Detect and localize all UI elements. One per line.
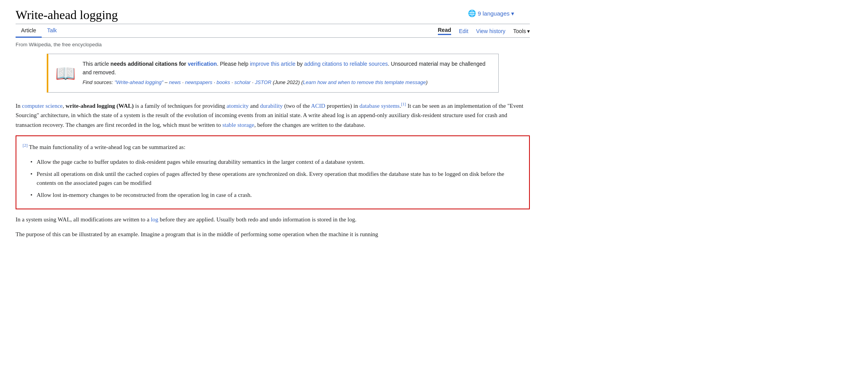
wal-system-paragraph: In a system using WAL, all modifications…	[16, 215, 530, 225]
atomicity-link[interactable]: atomicity	[227, 103, 249, 109]
purpose-paragraph: The purpose of this can be illustrated b…	[16, 230, 530, 239]
durability-link[interactable]: durability	[260, 103, 282, 109]
tab-view-history[interactable]: View history	[476, 28, 505, 34]
find-news-link[interactable]: news	[169, 79, 181, 85]
ref1[interactable]: [1]	[401, 102, 406, 106]
find-scholar-link[interactable]: scholar	[234, 79, 251, 85]
list-item: Allow the page cache to buffer updates t…	[30, 158, 523, 167]
languages-label: 9 languages	[478, 10, 510, 17]
citation-content: This article needs additional citations …	[83, 60, 491, 87]
wal-bold: write-ahead logging (WAL)	[65, 103, 134, 109]
list-item: Persist all operations on disk until the…	[30, 170, 523, 188]
tab-talk[interactable]: Talk	[42, 24, 62, 38]
citation-main-text: This article needs additional citations …	[83, 60, 491, 77]
red-box: [2] The main functionality of a write-ah…	[16, 135, 530, 209]
adding-citations-link[interactable]: adding citations to reliable sources	[304, 61, 388, 67]
book-icon: 📖	[55, 60, 76, 86]
tabs-left: Article Talk	[16, 24, 62, 37]
tab-tools[interactable]: Tools ▾	[513, 28, 530, 34]
tabs-right: Read Edit View history Tools ▾	[438, 27, 530, 37]
ref2[interactable]: [2]	[23, 143, 28, 147]
find-jstor-link[interactable]: JSTOR	[255, 79, 271, 85]
stable-storage-link[interactable]: stable storage	[222, 122, 254, 128]
acid-link[interactable]: ACID	[311, 103, 325, 109]
source-label: From Wikipedia, the free encyclopedia	[16, 42, 530, 47]
tab-read[interactable]: Read	[438, 27, 451, 35]
tools-chevron-icon: ▾	[527, 28, 530, 34]
red-box-intro: [2] The main functionality of a write-ah…	[23, 142, 523, 152]
translate-icon: 🌐	[468, 9, 476, 18]
improve-link[interactable]: improve this article	[250, 61, 295, 67]
citation-bold: needs additional citations for verificat…	[111, 61, 217, 67]
bullet-list: Allow the page cache to buffer updates t…	[23, 158, 523, 200]
log-link[interactable]: log	[151, 216, 158, 223]
find-wal-link[interactable]: "Write-ahead logging"	[115, 79, 164, 85]
verification-link[interactable]: verification	[188, 61, 217, 67]
tools-label: Tools	[513, 28, 526, 34]
citation-find-sources: Find sources: "Write-ahead logging" – ne…	[83, 79, 491, 87]
find-books-link[interactable]: books	[217, 79, 230, 85]
citation-box: 📖 This article needs additional citation…	[47, 54, 499, 93]
tabs-bar: Article Talk Read Edit View history Tool…	[16, 24, 530, 38]
computer-science-link[interactable]: computer science	[22, 103, 63, 109]
intro-paragraph: In computer science, write-ahead logging…	[16, 100, 530, 130]
page-title: Write-ahead logging	[16, 8, 530, 24]
tab-article[interactable]: Article	[16, 24, 42, 38]
main-content: In computer science, write-ahead logging…	[16, 100, 530, 240]
list-item: Allow lost in-memory changes to be recon…	[30, 191, 523, 200]
languages-button[interactable]: 🌐 9 languages ▾	[468, 9, 514, 18]
chevron-down-icon: ▾	[511, 10, 514, 17]
database-systems-link[interactable]: database systems	[360, 103, 400, 109]
tab-edit[interactable]: Edit	[459, 28, 468, 34]
learn-remove-link[interactable]: Learn how and when to remove this templa…	[303, 79, 426, 85]
find-newspapers-link[interactable]: newspapers	[185, 79, 212, 85]
